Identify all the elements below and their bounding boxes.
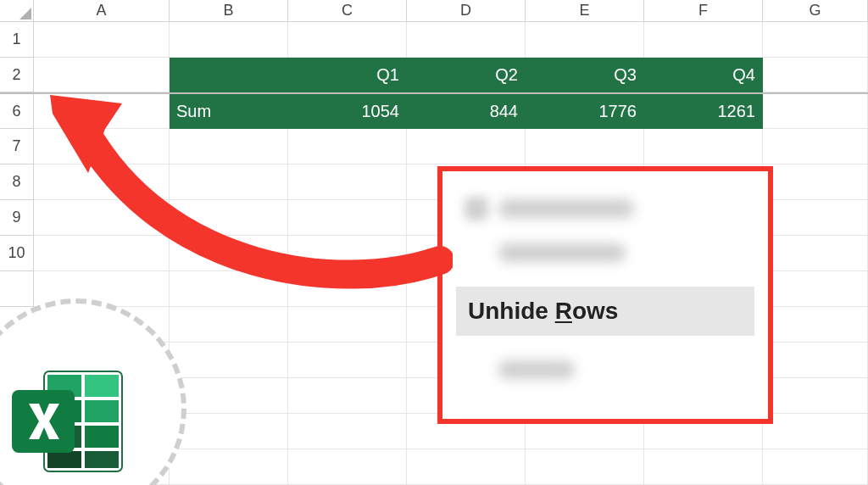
col-header-B[interactable]: B [170, 0, 288, 22]
cell-G10[interactable] [763, 236, 868, 271]
row-header-6[interactable]: 6 [0, 94, 34, 129]
cell-B2[interactable] [170, 58, 288, 92]
menu-label-blur [498, 360, 575, 379]
cell-empty[interactable] [763, 449, 868, 485]
row-1: 1 [0, 22, 868, 58]
select-all-corner[interactable] [0, 0, 34, 22]
cell-D2[interactable]: Q2 [407, 58, 526, 92]
cell-empty[interactable] [763, 271, 868, 307]
format-cells-icon [465, 197, 488, 220]
cell-empty[interactable] [763, 378, 868, 414]
cell-G8[interactable] [763, 164, 868, 200]
cell-C6[interactable]: 1054 [288, 94, 407, 129]
cell-B10[interactable] [170, 236, 288, 271]
svg-rect-7 [47, 451, 81, 468]
row-header-9[interactable]: 9 [0, 200, 34, 236]
row-header-8[interactable]: 8 [0, 164, 34, 200]
cell-empty[interactable] [170, 449, 288, 485]
row-header-10[interactable]: 10 [0, 236, 34, 271]
cell-B7[interactable] [170, 129, 288, 164]
cell-C1[interactable] [288, 22, 407, 58]
cell-C8[interactable] [288, 164, 407, 200]
cell-G6[interactable] [763, 94, 868, 129]
cell-B6[interactable]: Sum [170, 94, 288, 129]
svg-rect-4 [85, 400, 119, 422]
cell-empty[interactable] [407, 449, 526, 485]
col-header-E[interactable]: E [526, 0, 644, 22]
cell-A1[interactable] [34, 22, 170, 58]
cell-A9[interactable] [34, 200, 170, 236]
cell-empty[interactable] [170, 307, 288, 343]
cell-E6[interactable]: 1776 [526, 94, 644, 129]
cell-empty[interactable] [170, 378, 288, 414]
menu-item-unhide-rows[interactable]: Unhide Rows [456, 287, 754, 336]
cell-empty[interactable] [288, 343, 407, 378]
excel-icon [8, 366, 127, 477]
cell-C2[interactable]: Q1 [288, 58, 407, 92]
excel-logo-badge [0, 298, 186, 485]
row-header-7[interactable]: 7 [0, 129, 34, 164]
col-header-G[interactable]: G [763, 0, 868, 22]
cell-A8[interactable] [34, 164, 170, 200]
cell-empty[interactable] [763, 307, 868, 343]
svg-rect-6 [85, 426, 119, 448]
cell-B1[interactable] [170, 22, 288, 58]
menu-label-unhide-rows: Unhide Rows [465, 298, 618, 325]
cell-G7[interactable] [763, 129, 868, 164]
context-menu: Unhide Rows [437, 166, 773, 424]
menu-item-blur-4[interactable] [456, 348, 754, 392]
cell-G1[interactable] [763, 22, 868, 58]
col-header-A[interactable]: A [34, 0, 170, 22]
cell-empty[interactable] [288, 378, 407, 414]
cell-empty[interactable] [763, 343, 868, 378]
cell-E7[interactable] [526, 129, 644, 164]
cell-empty[interactable] [170, 414, 288, 449]
cell-A2[interactable] [34, 58, 170, 92]
cell-B9[interactable] [170, 200, 288, 236]
cell-empty[interactable] [644, 449, 763, 485]
cell-F2[interactable]: Q4 [644, 58, 763, 92]
cell-F1[interactable] [644, 22, 763, 58]
cell-empty[interactable] [170, 271, 288, 307]
menu-item-row-height[interactable] [456, 231, 754, 275]
row-header-1[interactable]: 1 [0, 22, 34, 58]
cell-empty[interactable] [288, 414, 407, 449]
cell-A7[interactable] [34, 129, 170, 164]
row-6: 6 Sum 1054 844 1776 1261 [0, 93, 868, 129]
cell-F7[interactable] [644, 129, 763, 164]
row-header-2[interactable]: 2 [0, 58, 34, 92]
column-headers: A B C D E F G [0, 0, 868, 22]
menu-label-blur [498, 243, 626, 262]
cell-empty[interactable] [170, 343, 288, 378]
cell-A6[interactable] [34, 94, 170, 129]
cell-G2[interactable] [763, 58, 868, 92]
cell-C7[interactable] [288, 129, 407, 164]
cell-B8[interactable] [170, 164, 288, 200]
cell-empty[interactable] [526, 449, 644, 485]
row-2: 2 Q1 Q2 Q3 Q4 [0, 58, 868, 93]
cell-C9[interactable] [288, 200, 407, 236]
cell-empty[interactable] [288, 271, 407, 307]
cell-E2[interactable]: Q3 [526, 58, 644, 92]
cell-F6[interactable]: 1261 [644, 94, 763, 129]
cell-G9[interactable] [763, 200, 868, 236]
cell-C10[interactable] [288, 236, 407, 271]
col-header-C[interactable]: C [288, 0, 407, 22]
cell-D6[interactable]: 844 [407, 94, 526, 129]
cell-D7[interactable] [407, 129, 526, 164]
col-header-D[interactable]: D [407, 0, 526, 22]
svg-rect-8 [85, 451, 119, 468]
menu-item-format-cells[interactable] [456, 187, 754, 231]
row-7: 7 [0, 129, 868, 164]
cell-empty[interactable] [763, 414, 868, 449]
cell-D1[interactable] [407, 22, 526, 58]
col-header-F[interactable]: F [644, 0, 763, 22]
cell-E1[interactable] [526, 22, 644, 58]
svg-rect-2 [85, 375, 119, 397]
cell-empty[interactable] [288, 307, 407, 343]
menu-label-blur [498, 199, 634, 218]
cell-A10[interactable] [34, 236, 170, 271]
cell-empty[interactable] [288, 449, 407, 485]
